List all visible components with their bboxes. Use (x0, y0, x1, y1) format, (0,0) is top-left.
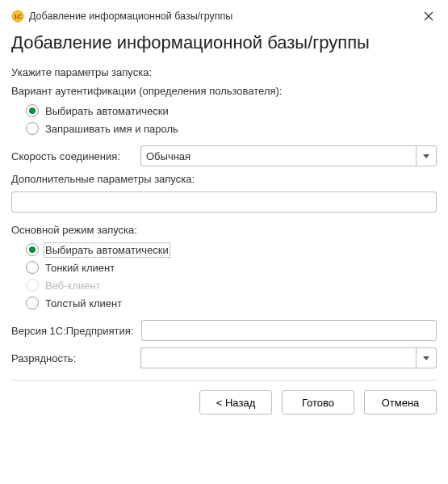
window-title: Добавление информационной базы/группы (29, 11, 416, 22)
version-label: Версия 1С:Предприятия: (11, 325, 133, 337)
speed-row: Скорость соединения: (11, 145, 437, 166)
chevron-down-icon (423, 355, 429, 361)
auth-option-auto[interactable]: Выбирать автоматически (11, 102, 437, 120)
extra-params-input[interactable] (11, 191, 437, 213)
close-icon (424, 11, 433, 21)
mode-option-thick[interactable]: Толстый клиент (11, 294, 437, 312)
close-button[interactable] (421, 8, 437, 24)
dialog-window: 1C Добавление информационной базы/группы… (0, 0, 448, 426)
radio-icon (26, 104, 39, 117)
mode-option-thin-label: Тонкий клиент (45, 262, 115, 274)
radio-icon (26, 243, 39, 256)
radio-icon (26, 297, 39, 309)
speed-label: Скорость соединения: (11, 150, 132, 162)
extra-label: Дополнительные параметры запуска: (11, 173, 437, 185)
bitness-select[interactable] (140, 347, 437, 368)
titlebar: 1C Добавление информационной базы/группы (11, 8, 437, 24)
separator (11, 380, 437, 381)
subheading: Укажите параметры запуска: (11, 66, 437, 78)
bitness-value[interactable] (140, 347, 416, 368)
app-icon: 1C (11, 10, 24, 23)
auth-radio-group: Выбирать автоматически Запрашивать имя и… (11, 102, 437, 137)
auth-option-prompt[interactable]: Запрашивать имя и пароль (11, 120, 437, 137)
svg-marker-4 (423, 154, 429, 158)
page-title: Добавление информационной базы/группы (11, 32, 437, 53)
mode-option-web-label: Веб-клиент (45, 280, 101, 292)
mode-option-web: Веб-клиент (11, 276, 437, 294)
speed-select[interactable] (140, 145, 437, 166)
auth-option-auto-label: Выбирать автоматически (45, 105, 169, 117)
bitness-row: Разрядность: (11, 347, 437, 368)
radio-icon (26, 279, 39, 292)
cancel-button[interactable]: Отмена (364, 390, 437, 415)
mode-radio-group: Выбирать автоматически Тонкий клиент Веб… (11, 241, 437, 312)
back-button[interactable]: < Назад (199, 390, 272, 415)
chevron-down-icon (423, 153, 429, 159)
mode-option-auto[interactable]: Выбирать автоматически (11, 241, 437, 259)
speed-dropdown-button[interactable] (416, 145, 437, 166)
mode-option-thick-label: Толстый клиент (45, 297, 122, 309)
svg-text:1C: 1C (14, 13, 22, 20)
bitness-label: Разрядность: (11, 352, 132, 364)
svg-marker-5 (423, 356, 429, 360)
speed-value[interactable] (140, 145, 416, 166)
version-row: Версия 1С:Предприятия: (11, 320, 437, 341)
radio-icon (26, 122, 39, 135)
mode-option-auto-label: Выбирать автоматически (45, 244, 169, 256)
mode-label: Основной режим запуска: (11, 224, 437, 236)
auth-label: Вариант аутентификации (определения поль… (11, 85, 437, 97)
finish-button[interactable]: Готово (282, 390, 354, 415)
radio-icon (26, 261, 39, 274)
mode-option-thin[interactable]: Тонкий клиент (11, 259, 437, 276)
version-input[interactable] (141, 320, 437, 341)
button-row: < Назад Готово Отмена (11, 390, 437, 415)
auth-option-prompt-label: Запрашивать имя и пароль (45, 123, 178, 135)
bitness-dropdown-button[interactable] (416, 347, 437, 368)
